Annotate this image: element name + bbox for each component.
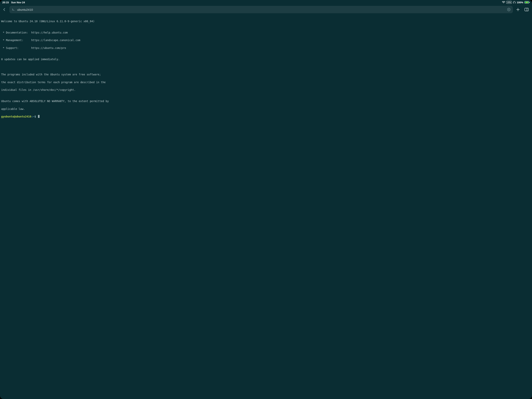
prompt-line: gyubuntu@ubuntu2410:~$ — [1, 115, 531, 119]
svg-rect-3 — [525, 8, 528, 11]
prompt-user-host: gyubuntu@ubuntu2410 — [1, 115, 31, 118]
terminal-line: individual files in /usr/share/doc/*/cop… — [1, 88, 531, 92]
wifi-icon — [502, 1, 505, 4]
chevron-left-icon — [3, 8, 6, 11]
terminal-icon — [11, 8, 15, 12]
terminal-line: * Documentation: https://help.ubuntu.com — [1, 31, 531, 35]
status-bar: 20:15 Sun Nov 24 VPN 100% — [0, 0, 532, 5]
address-text: ubuntu2410 — [17, 8, 505, 11]
terminal-line: Welcome to Ubuntu 24.10 (GNU/Linux 6.11.… — [1, 19, 531, 23]
panels-button[interactable] — [523, 6, 530, 13]
plus-icon — [516, 7, 520, 12]
svg-rect-0 — [513, 3, 514, 3]
terminal-line: * Management: https://landscape.canonica… — [1, 38, 531, 42]
status-time: 20:15 — [2, 1, 9, 4]
battery-percent: 100% — [517, 1, 523, 4]
toolbar: ubuntu2410 — [0, 5, 532, 15]
app-window: 20:15 Sun Nov 24 VPN 100% — [0, 0, 532, 399]
back-button[interactable] — [1, 6, 8, 13]
terminal-line: The programs included with the Ubuntu sy… — [1, 73, 531, 77]
prompt-separator: : — [31, 115, 33, 118]
status-date: Sun Nov 24 — [11, 1, 25, 4]
terminal-output[interactable]: Welcome to Ubuntu 24.10 (GNU/Linux 6.11.… — [0, 15, 532, 399]
prompt-suffix: $ — [34, 115, 36, 118]
prompt-path: ~ — [33, 115, 34, 118]
svg-rect-1 — [515, 3, 515, 3]
terminal-line: Ubuntu comes with ABSOLUTELY NO WARRANTY… — [1, 99, 531, 103]
terminal-line: * Support: https://ubuntu.com/pro — [1, 46, 531, 50]
address-bar[interactable]: ubuntu2410 — [9, 6, 513, 13]
cursor — [38, 115, 39, 118]
clear-button[interactable] — [507, 7, 511, 12]
vpn-badge: VPN — [506, 1, 512, 4]
close-circle-icon — [507, 8, 511, 11]
status-right: VPN 100% ⚡ — [502, 1, 530, 4]
status-left: 20:15 Sun Nov 24 — [2, 1, 25, 4]
headphones-icon — [513, 1, 516, 4]
terminal-line: the exact distribution terms for each pr… — [1, 80, 531, 84]
new-tab-button[interactable] — [514, 6, 521, 13]
terminal-line: applicable law. — [1, 107, 531, 111]
terminal-line: 0 updates can be applied immediately. — [1, 58, 531, 61]
sidebar-icon — [524, 8, 529, 11]
battery-icon: ⚡ — [524, 1, 530, 4]
